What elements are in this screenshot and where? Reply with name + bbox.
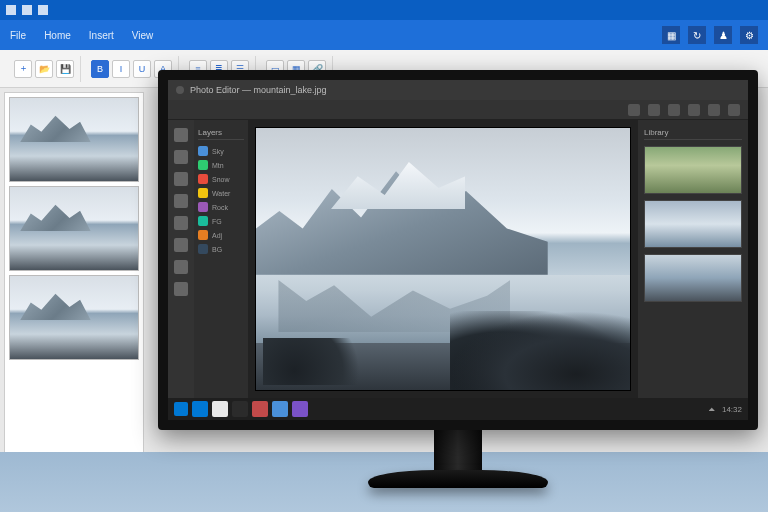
tray-wifi-icon[interactable]: ⏶ xyxy=(708,405,716,414)
editor-title: Photo Editor — mountain_lake.jpg xyxy=(190,85,327,95)
layer-row[interactable]: Rock xyxy=(198,200,244,214)
layer-label: FG xyxy=(212,218,222,225)
eraser-icon[interactable] xyxy=(174,216,188,230)
user-icon[interactable]: ♟ xyxy=(714,26,732,44)
physical-monitor: Photo Editor — mountain_lake.jpg L xyxy=(158,70,758,500)
zoom-icon[interactable] xyxy=(174,282,188,296)
layer-row[interactable]: Water xyxy=(198,186,244,200)
monitor-stand-base xyxy=(368,470,548,488)
qat-save-icon[interactable] xyxy=(22,5,32,15)
canvas-viewport[interactable] xyxy=(248,120,638,398)
ribbon-tab-view[interactable]: View xyxy=(132,30,154,41)
clock[interactable]: 14:32 xyxy=(722,405,742,414)
ribbon-bar: File Home Insert View ▦ ↻ ♟ ⚙ xyxy=(0,20,768,50)
taskbar-app-icon[interactable] xyxy=(252,401,268,417)
taskbar-app-icon[interactable] xyxy=(272,401,288,417)
monitor-screen: Photo Editor — mountain_lake.jpg L xyxy=(158,70,758,430)
system-tray[interactable]: ⏶ 14:32 xyxy=(708,405,742,414)
layer-row[interactable]: Adj xyxy=(198,228,244,242)
foreground-rocks-layer xyxy=(263,338,368,385)
app-icon xyxy=(6,5,16,15)
layer-label: Mtn xyxy=(212,162,224,169)
layer-row[interactable]: Snow xyxy=(198,172,244,186)
taskbar-app-icon[interactable] xyxy=(292,401,308,417)
library-thumb-2[interactable] xyxy=(644,200,742,248)
sync-icon[interactable]: ↻ xyxy=(688,26,706,44)
layer-label: BG xyxy=(212,246,222,253)
layer-label: Adj xyxy=(212,232,222,239)
undo-icon[interactable] xyxy=(628,104,640,116)
layer-label: Sky xyxy=(212,148,224,155)
layer-swatch-icon xyxy=(198,202,208,212)
settings-icon[interactable] xyxy=(728,104,740,116)
eyedropper-icon[interactable] xyxy=(174,260,188,274)
grid-icon[interactable]: ▦ xyxy=(662,26,680,44)
redo-icon[interactable] xyxy=(648,104,660,116)
open-button[interactable]: 📂 xyxy=(35,60,53,78)
window-control-icon[interactable] xyxy=(176,86,184,94)
thumbnail-2[interactable] xyxy=(9,186,139,271)
monitor-stand-neck xyxy=(434,430,482,470)
ribbon-tab-insert[interactable]: Insert xyxy=(89,30,114,41)
ribbon-tab-file[interactable]: File xyxy=(10,30,26,41)
layer-swatch-icon xyxy=(198,174,208,184)
library-thumb-3[interactable] xyxy=(644,254,742,302)
library-title: Library xyxy=(644,126,742,140)
rocks-layer xyxy=(450,311,630,390)
thumbnail-panel xyxy=(4,92,144,460)
export-icon[interactable] xyxy=(688,104,700,116)
canvas-image[interactable] xyxy=(256,128,630,390)
layer-label: Water xyxy=(212,190,230,197)
text-icon[interactable] xyxy=(174,238,188,252)
library-thumb-1[interactable] xyxy=(644,146,742,194)
taskbar-app-icon[interactable] xyxy=(232,401,248,417)
layer-row[interactable]: BG xyxy=(198,242,244,256)
taskbar-app-icon[interactable] xyxy=(192,401,208,417)
layer-swatch-icon xyxy=(198,216,208,226)
save-icon[interactable] xyxy=(668,104,680,116)
snow-layer xyxy=(331,162,466,209)
underline-button[interactable]: U xyxy=(133,60,151,78)
layer-swatch-icon xyxy=(198,230,208,240)
start-button[interactable] xyxy=(174,402,188,416)
layers-title: Layers xyxy=(198,126,244,140)
layer-label: Snow xyxy=(212,176,230,183)
brush-icon[interactable] xyxy=(174,194,188,208)
new-button[interactable]: ＋ xyxy=(14,60,32,78)
layer-swatch-icon xyxy=(198,188,208,198)
editor-toolbar xyxy=(168,100,748,120)
save-button[interactable]: 💾 xyxy=(56,60,74,78)
thumbnail-3[interactable] xyxy=(9,275,139,360)
crop-icon[interactable] xyxy=(174,172,188,186)
layer-label: Rock xyxy=(212,204,228,211)
layers-panel: Layers SkyMtnSnowWaterRockFGAdjBG xyxy=(194,120,248,398)
layer-swatch-icon xyxy=(198,160,208,170)
thumbnail-1[interactable] xyxy=(9,97,139,182)
editor-body: Layers SkyMtnSnowWaterRockFGAdjBG Librar… xyxy=(168,120,748,398)
editor-titlebar: Photo Editor — mountain_lake.jpg xyxy=(168,80,748,100)
cloud-icon[interactable] xyxy=(708,104,720,116)
layer-row[interactable]: Sky xyxy=(198,144,244,158)
layer-swatch-icon xyxy=(198,244,208,254)
settings-icon[interactable]: ⚙ xyxy=(740,26,758,44)
move-icon[interactable] xyxy=(174,128,188,142)
italic-button[interactable]: I xyxy=(112,60,130,78)
taskbar-app-icon[interactable] xyxy=(212,401,228,417)
layer-row[interactable]: FG xyxy=(198,214,244,228)
library-panel: Library xyxy=(638,120,748,398)
host-titlebar xyxy=(0,0,768,20)
select-icon[interactable] xyxy=(174,150,188,164)
qat-undo-icon[interactable] xyxy=(38,5,48,15)
bold-button[interactable]: B xyxy=(91,60,109,78)
layer-row[interactable]: Mtn xyxy=(198,158,244,172)
ribbon-tab-home[interactable]: Home xyxy=(44,30,71,41)
layer-swatch-icon xyxy=(198,146,208,156)
os-taskbar: ⏶ 14:32 xyxy=(168,398,748,420)
tool-sidebar xyxy=(168,120,194,398)
